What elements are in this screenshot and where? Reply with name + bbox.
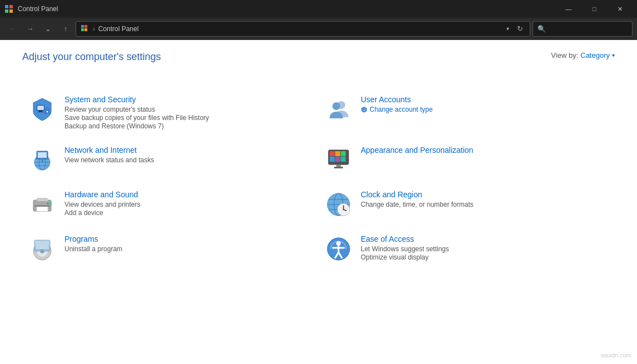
svg-rect-31	[335, 157, 340, 162]
svg-text:✓: ✓	[363, 108, 366, 112]
system-security-icon	[28, 95, 57, 124]
category-hardware-sound: Hardware and Sound View devices and prin…	[22, 182, 318, 227]
title-bar: Control Panel — □ ✕	[0, 0, 637, 18]
svg-rect-34	[334, 167, 343, 168]
forward-button[interactable]: →	[22, 21, 38, 37]
svg-rect-32	[341, 157, 346, 162]
system-security-link2[interactable]: Save backup copies of your files with Fi…	[64, 114, 313, 122]
breadcrumb-separator: ›	[93, 26, 95, 32]
hardware-sound-link2[interactable]: Add a device	[64, 209, 313, 217]
svg-rect-24	[41, 159, 44, 161]
window-title: Control Panel	[18, 5, 556, 13]
category-user-accounts: User Accounts ✓ Change account type	[318, 87, 615, 138]
recent-button[interactable]: ⌄	[40, 21, 56, 37]
svg-point-39	[47, 202, 49, 205]
svg-point-40	[49, 202, 52, 205]
svg-rect-27	[330, 151, 335, 156]
category-programs: Programs Uninstall a program	[22, 227, 318, 271]
svg-rect-28	[335, 151, 340, 156]
category-ease-of-access: Ease of Access Let Windows suggest setti…	[318, 227, 615, 271]
programs-icon	[28, 235, 57, 263]
view-by-control: View by: Category ▾	[551, 51, 615, 59]
address-dropdown-btn[interactable]: ▾	[504, 24, 511, 33]
svg-rect-11	[37, 106, 44, 110]
system-security-link1[interactable]: Review your computer's status	[64, 106, 313, 113]
ease-of-access-link2[interactable]: Optimize visual display	[361, 253, 609, 261]
clock-region-link1[interactable]: Change date, time, or number formats	[361, 201, 609, 208]
svg-rect-2	[5, 9, 8, 13]
category-appearance: Appearance and Personalization	[318, 138, 615, 182]
appearance-title[interactable]: Appearance and Personalization	[361, 146, 609, 154]
programs-link1[interactable]: Uninstall a program	[64, 245, 313, 253]
category-system-security: System and Security Review your computer…	[22, 87, 318, 138]
svg-rect-3	[9, 9, 13, 13]
svg-rect-30	[330, 157, 335, 162]
breadcrumb-path: Control Panel	[98, 25, 501, 33]
svg-rect-38	[34, 205, 50, 207]
watermark-text: wsxdn.com	[601, 352, 631, 358]
user-accounts-text: User Accounts ✓ Change account type	[361, 95, 609, 113]
address-icon	[81, 24, 89, 33]
category-network-internet: Network and Internet View network status…	[22, 138, 318, 182]
svg-rect-33	[336, 164, 341, 167]
window-controls: — □ ✕	[556, 0, 633, 18]
appearance-text: Appearance and Personalization	[361, 146, 609, 156]
address-bar: ← → ⌄ ↑ › Control Panel ▾ ↻ 🔍	[0, 18, 637, 40]
view-by-value[interactable]: Category	[580, 51, 610, 59]
svg-rect-56	[36, 241, 49, 249]
search-icon: 🔍	[538, 25, 546, 33]
svg-point-50	[343, 209, 344, 210]
svg-rect-29	[341, 151, 346, 156]
svg-rect-37	[37, 207, 48, 211]
user-accounts-title[interactable]: User Accounts	[361, 95, 609, 104]
header-row: Adjust your computer's settings View by:…	[22, 51, 615, 76]
network-internet-icon	[28, 146, 57, 174]
hardware-sound-icon	[28, 190, 57, 219]
system-security-text: System and Security Review your computer…	[64, 95, 313, 130]
categories-grid: System and Security Review your computer…	[22, 87, 615, 271]
hardware-sound-title[interactable]: Hardware and Sound	[64, 190, 313, 199]
minimize-button[interactable]: —	[556, 0, 581, 18]
clock-region-text: Clock and Region Change date, time, or n…	[361, 190, 609, 208]
svg-rect-36	[37, 198, 48, 201]
ease-of-access-text: Ease of Access Let Windows suggest setti…	[361, 235, 609, 261]
svg-point-15	[332, 102, 340, 110]
ease-of-access-link1[interactable]: Let Windows suggest settings	[361, 245, 609, 253]
svg-rect-0	[5, 5, 8, 8]
watermark: wsxdn.com	[601, 352, 631, 358]
search-box[interactable]: 🔍	[533, 21, 633, 37]
programs-text: Programs Uninstall a program	[64, 235, 313, 253]
clock-region-title[interactable]: Clock and Region	[361, 190, 609, 199]
svg-rect-4	[81, 25, 84, 28]
appearance-icon	[324, 146, 353, 174]
user-accounts-icon	[324, 95, 353, 124]
svg-rect-23	[38, 152, 47, 158]
hardware-sound-link1[interactable]: View devices and printers	[64, 201, 313, 208]
close-button[interactable]: ✕	[607, 0, 633, 18]
category-clock-region: Clock and Region Change date, time, or n…	[318, 182, 615, 227]
svg-rect-7	[84, 28, 87, 31]
svg-point-13	[47, 111, 48, 113]
hardware-sound-text: Hardware and Sound View devices and prin…	[64, 190, 313, 217]
system-security-link3[interactable]: Backup and Restore (Windows 7)	[64, 122, 313, 130]
main-content: Adjust your computer's settings View by:…	[0, 40, 637, 364]
clock-region-icon	[324, 190, 353, 219]
system-security-title[interactable]: System and Security	[64, 95, 313, 104]
change-account-type-link[interactable]: ✓ Change account type	[361, 106, 609, 113]
up-button[interactable]: ↑	[58, 21, 73, 37]
network-internet-title[interactable]: Network and Internet	[64, 146, 313, 154]
address-field[interactable]: › Control Panel ▾ ↻	[76, 21, 530, 37]
svg-rect-1	[9, 5, 13, 8]
refresh-button[interactable]: ↻	[515, 23, 525, 34]
programs-title[interactable]: Programs	[64, 235, 313, 243]
svg-rect-10	[37, 112, 44, 112]
view-by-arrow[interactable]: ▾	[612, 52, 615, 58]
ease-of-access-title[interactable]: Ease of Access	[361, 235, 609, 243]
back-button[interactable]: ←	[4, 21, 20, 37]
view-by-label: View by:	[551, 51, 578, 59]
network-internet-link1[interactable]: View network status and tasks	[64, 156, 313, 164]
maximize-button[interactable]: □	[581, 0, 607, 18]
svg-rect-9	[39, 111, 42, 112]
ease-of-access-icon	[324, 235, 353, 263]
app-icon	[4, 4, 13, 13]
